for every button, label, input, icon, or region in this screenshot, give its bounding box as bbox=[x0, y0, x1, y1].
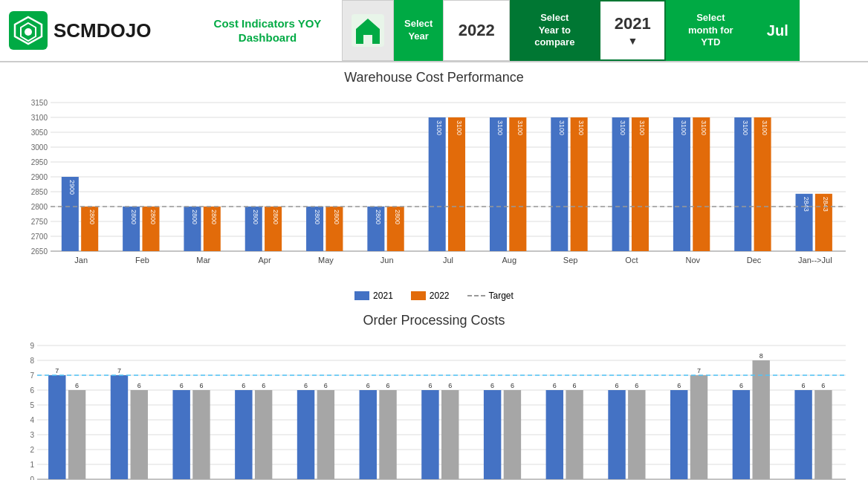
svg-text:2800: 2800 bbox=[88, 210, 96, 224]
svg-text:3100: 3100 bbox=[638, 120, 646, 135]
svg-text:Jan: Jan bbox=[74, 256, 88, 265]
dashboard-title: Cost Indicators YOY Dashboard bbox=[193, 0, 342, 61]
svg-text:2800: 2800 bbox=[394, 210, 401, 224]
svg-text:2: 2 bbox=[30, 446, 34, 454]
svg-text:6: 6 bbox=[304, 382, 308, 389]
warehouse-cost-svg: 2650270027502800285029002950300030503100… bbox=[15, 91, 853, 285]
svg-text:2843: 2843 bbox=[803, 197, 810, 212]
select-month-block: Select month for YTD bbox=[666, 0, 755, 61]
svg-text:6: 6 bbox=[511, 382, 514, 389]
svg-text:6: 6 bbox=[137, 382, 141, 389]
svg-text:Sep: Sep bbox=[563, 256, 578, 265]
svg-text:6: 6 bbox=[180, 382, 184, 389]
svg-rect-127 bbox=[172, 390, 190, 479]
svg-rect-134 bbox=[255, 390, 272, 479]
svg-text:2800: 2800 bbox=[210, 210, 218, 224]
svg-text:6: 6 bbox=[199, 382, 203, 389]
svg-rect-82 bbox=[693, 117, 710, 251]
order-processing-chart: Order Processing Costs 012345678976Jan76… bbox=[15, 313, 853, 480]
svg-text:2850: 2850 bbox=[31, 188, 48, 196]
svg-text:6: 6 bbox=[739, 382, 743, 389]
svg-rect-167 bbox=[670, 390, 687, 479]
svg-text:3050: 3050 bbox=[31, 129, 48, 137]
select-year-compare-block: Select Year to compare bbox=[510, 0, 599, 61]
svg-text:6: 6 bbox=[573, 382, 577, 389]
svg-rect-177 bbox=[794, 390, 812, 479]
svg-text:2700: 2700 bbox=[31, 233, 48, 241]
logo-area: SCMDOJO bbox=[0, 0, 193, 61]
svg-text:Mar: Mar bbox=[196, 256, 210, 265]
svg-rect-132 bbox=[235, 390, 252, 479]
svg-text:2800: 2800 bbox=[333, 210, 340, 224]
svg-text:Feb: Feb bbox=[135, 256, 149, 265]
year-compare-value-display[interactable]: 2021 ▼ bbox=[599, 0, 666, 61]
svg-text:6: 6 bbox=[324, 382, 328, 389]
svg-text:6: 6 bbox=[448, 382, 452, 389]
order-processing-svg: 012345678976Jan76Feb66Mar66Apr66May66Jun… bbox=[15, 334, 853, 480]
svg-rect-75 bbox=[612, 117, 629, 251]
svg-rect-174 bbox=[752, 360, 769, 479]
svg-text:3100: 3100 bbox=[742, 120, 749, 135]
svg-text:3150: 3150 bbox=[31, 99, 48, 107]
svg-text:3000: 3000 bbox=[31, 143, 48, 152]
svg-text:4: 4 bbox=[30, 416, 34, 424]
home-button[interactable] bbox=[342, 0, 394, 61]
scmdojo-logo-icon bbox=[9, 11, 48, 50]
svg-rect-137 bbox=[297, 390, 314, 479]
legend-2022: 2022 bbox=[411, 291, 450, 301]
select-year-block: Select Year bbox=[394, 0, 443, 61]
svg-rect-152 bbox=[484, 390, 501, 479]
svg-text:2950: 2950 bbox=[31, 158, 48, 166]
warehouse-chart-legend: 2021 2022 Target bbox=[15, 291, 853, 301]
svg-text:Jul: Jul bbox=[443, 256, 453, 265]
svg-text:Nov: Nov bbox=[685, 256, 700, 265]
svg-rect-62 bbox=[448, 117, 465, 251]
dropdown-arrow-icon[interactable]: ▼ bbox=[627, 34, 638, 48]
svg-text:2800: 2800 bbox=[149, 210, 157, 224]
svg-text:6: 6 bbox=[366, 382, 370, 389]
svg-text:3100: 3100 bbox=[761, 120, 768, 135]
svg-text:6: 6 bbox=[553, 382, 557, 389]
warehouse-cost-chart: Warehouse Cost Performance 2650270027502… bbox=[15, 70, 853, 301]
home-icon bbox=[352, 14, 384, 47]
svg-text:Oct: Oct bbox=[625, 256, 638, 265]
svg-text:0: 0 bbox=[30, 476, 34, 480]
month-value-display[interactable]: Jul bbox=[755, 0, 800, 61]
svg-rect-72 bbox=[571, 117, 588, 251]
svg-rect-124 bbox=[131, 390, 148, 479]
svg-text:7: 7 bbox=[55, 367, 59, 374]
svg-text:3100: 3100 bbox=[496, 120, 504, 135]
svg-rect-70 bbox=[551, 117, 568, 251]
svg-text:2800: 2800 bbox=[272, 210, 279, 224]
svg-rect-117 bbox=[48, 375, 65, 479]
svg-text:Jun: Jun bbox=[380, 256, 394, 265]
legend-target: Target bbox=[467, 291, 514, 301]
svg-rect-159 bbox=[566, 390, 583, 479]
svg-text:2800: 2800 bbox=[375, 210, 382, 224]
svg-rect-129 bbox=[192, 390, 210, 479]
svg-rect-147 bbox=[421, 390, 438, 479]
svg-text:Jan-->Jul: Jan-->Jul bbox=[798, 256, 832, 265]
svg-text:3100: 3100 bbox=[31, 114, 48, 122]
svg-text:2800: 2800 bbox=[314, 210, 321, 224]
svg-text:8: 8 bbox=[760, 352, 763, 360]
svg-rect-139 bbox=[317, 390, 334, 479]
svg-text:7: 7 bbox=[697, 367, 701, 374]
header: SCMDOJO Cost Indicators YOY Dashboard Se… bbox=[0, 0, 868, 62]
svg-text:8: 8 bbox=[30, 357, 34, 365]
svg-rect-142 bbox=[360, 390, 377, 479]
svg-text:6: 6 bbox=[262, 382, 265, 389]
svg-text:3100: 3100 bbox=[577, 120, 585, 135]
charts-area: Warehouse Cost Performance 2650270027502… bbox=[0, 62, 868, 480]
svg-rect-149 bbox=[441, 390, 459, 479]
svg-text:2900: 2900 bbox=[31, 173, 48, 181]
svg-text:2800: 2800 bbox=[252, 210, 259, 224]
year-value-display[interactable]: 2022 bbox=[443, 0, 510, 61]
svg-text:2800: 2800 bbox=[191, 210, 198, 224]
svg-text:Apr: Apr bbox=[259, 256, 271, 265]
svg-rect-77 bbox=[632, 117, 649, 251]
svg-text:6: 6 bbox=[821, 382, 825, 389]
svg-text:6: 6 bbox=[635, 382, 638, 389]
svg-point-3 bbox=[25, 28, 32, 36]
svg-text:3100: 3100 bbox=[516, 120, 524, 135]
